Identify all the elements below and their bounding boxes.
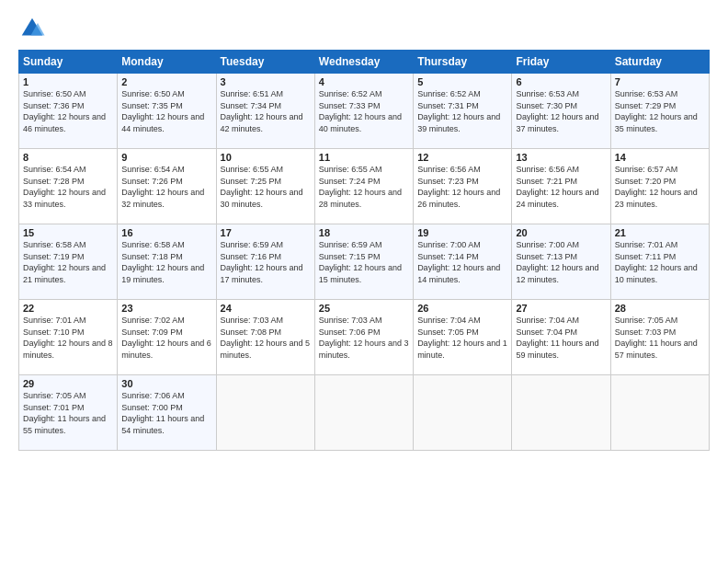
day-number: 8 [23,152,113,163]
day-info: Sunrise: 7:01 AMSunset: 7:11 PMDaylight:… [615,239,705,285]
day-number: 15 [23,227,113,238]
logo [18,15,50,42]
day-info: Sunrise: 7:01 AMSunset: 7:10 PMDaylight:… [23,315,113,361]
weekday-header-sunday: Sunday [19,51,118,74]
day-number: 11 [319,152,409,163]
day-number: 29 [23,378,113,389]
day-info: Sunrise: 7:04 AMSunset: 7:05 PMDaylight:… [417,315,507,361]
day-info: Sunrise: 6:54 AMSunset: 7:28 PMDaylight:… [23,164,113,210]
calendar-table: SundayMondayTuesdayWednesdayThursdayFrid… [18,50,710,451]
day-info: Sunrise: 6:50 AMSunset: 7:35 PMDaylight:… [121,88,211,134]
day-info: Sunrise: 6:58 AMSunset: 7:18 PMDaylight:… [121,239,211,285]
day-number: 7 [615,76,705,87]
day-number: 24 [221,303,311,314]
day-number: 28 [615,303,705,314]
weekday-header-saturday: Saturday [610,51,709,74]
day-number: 1 [23,76,113,87]
calendar-cell [314,375,413,451]
calendar-cell: 2Sunrise: 6:50 AMSunset: 7:35 PMDaylight… [118,74,216,149]
day-number: 25 [319,303,409,314]
day-number: 6 [516,76,606,87]
calendar-cell: 17Sunrise: 6:59 AMSunset: 7:16 PMDayligh… [216,224,314,300]
day-number: 10 [221,152,311,163]
calendar-cell [216,375,314,451]
day-number: 4 [319,76,409,87]
weekday-header-wednesday: Wednesday [314,51,413,74]
day-number: 30 [121,378,211,389]
weekday-header-tuesday: Tuesday [216,51,314,74]
calendar-cell [610,375,709,451]
day-number: 23 [121,303,211,314]
day-info: Sunrise: 6:51 AMSunset: 7:34 PMDaylight:… [221,88,311,134]
day-info: Sunrise: 6:56 AMSunset: 7:23 PMDaylight:… [417,164,507,210]
calendar-week-row: 1Sunrise: 6:50 AMSunset: 7:36 PMDaylight… [19,74,710,149]
calendar-cell: 24Sunrise: 7:03 AMSunset: 7:08 PMDayligh… [216,300,314,375]
calendar-cell: 5Sunrise: 6:52 AMSunset: 7:31 PMDaylight… [414,74,512,149]
day-number: 18 [319,227,409,238]
calendar-cell: 23Sunrise: 7:02 AMSunset: 7:09 PMDayligh… [118,300,216,375]
day-number: 13 [516,152,606,163]
day-info: Sunrise: 6:54 AMSunset: 7:26 PMDaylight:… [121,164,211,210]
day-number: 16 [121,227,211,238]
calendar-cell: 15Sunrise: 6:58 AMSunset: 7:19 PMDayligh… [19,224,118,300]
calendar-cell: 12Sunrise: 6:56 AMSunset: 7:23 PMDayligh… [414,149,512,224]
day-info: Sunrise: 6:52 AMSunset: 7:31 PMDaylight:… [417,88,507,134]
day-info: Sunrise: 7:05 AMSunset: 7:01 PMDaylight:… [23,390,113,436]
day-info: Sunrise: 6:53 AMSunset: 7:29 PMDaylight:… [615,88,705,134]
day-info: Sunrise: 6:50 AMSunset: 7:36 PMDaylight:… [23,88,113,134]
calendar-cell: 11Sunrise: 6:55 AMSunset: 7:24 PMDayligh… [314,149,413,224]
day-info: Sunrise: 6:56 AMSunset: 7:21 PMDaylight:… [516,164,606,210]
weekday-header-monday: Monday [118,51,216,74]
calendar-week-row: 22Sunrise: 7:01 AMSunset: 7:10 PMDayligh… [19,300,710,375]
day-number: 20 [516,227,606,238]
day-number: 9 [121,152,211,163]
calendar-cell: 19Sunrise: 7:00 AMSunset: 7:14 PMDayligh… [414,224,512,300]
day-info: Sunrise: 6:55 AMSunset: 7:25 PMDaylight:… [221,164,311,210]
day-info: Sunrise: 7:00 AMSunset: 7:14 PMDaylight:… [417,239,507,285]
calendar-cell: 18Sunrise: 6:59 AMSunset: 7:15 PMDayligh… [314,224,413,300]
calendar-cell: 28Sunrise: 7:05 AMSunset: 7:03 PMDayligh… [610,300,709,375]
calendar-cell: 14Sunrise: 6:57 AMSunset: 7:20 PMDayligh… [610,149,709,224]
calendar-cell: 22Sunrise: 7:01 AMSunset: 7:10 PMDayligh… [19,300,118,375]
calendar-cell [414,375,512,451]
calendar-cell: 10Sunrise: 6:55 AMSunset: 7:25 PMDayligh… [216,149,314,224]
calendar-cell: 9Sunrise: 6:54 AMSunset: 7:26 PMDaylight… [118,149,216,224]
logo-icon [18,15,46,42]
calendar-cell: 1Sunrise: 6:50 AMSunset: 7:36 PMDaylight… [19,74,118,149]
calendar-cell: 7Sunrise: 6:53 AMSunset: 7:29 PMDaylight… [610,74,709,149]
calendar-cell: 16Sunrise: 6:58 AMSunset: 7:18 PMDayligh… [118,224,216,300]
day-info: Sunrise: 6:55 AMSunset: 7:24 PMDaylight:… [319,164,409,210]
weekday-header-row: SundayMondayTuesdayWednesdayThursdayFrid… [19,51,710,74]
calendar-page: SundayMondayTuesdayWednesdayThursdayFrid… [0,0,728,563]
day-number: 5 [417,76,507,87]
calendar-cell: 26Sunrise: 7:04 AMSunset: 7:05 PMDayligh… [414,300,512,375]
day-info: Sunrise: 7:00 AMSunset: 7:13 PMDaylight:… [516,239,606,285]
day-info: Sunrise: 7:03 AMSunset: 7:06 PMDaylight:… [319,315,409,361]
day-info: Sunrise: 6:59 AMSunset: 7:16 PMDaylight:… [221,239,311,285]
calendar-cell: 21Sunrise: 7:01 AMSunset: 7:11 PMDayligh… [610,224,709,300]
day-info: Sunrise: 7:02 AMSunset: 7:09 PMDaylight:… [121,315,211,361]
day-info: Sunrise: 7:05 AMSunset: 7:03 PMDaylight:… [615,315,705,361]
calendar-cell: 8Sunrise: 6:54 AMSunset: 7:28 PMDaylight… [19,149,118,224]
day-number: 27 [516,303,606,314]
day-number: 26 [417,303,507,314]
calendar-week-row: 29Sunrise: 7:05 AMSunset: 7:01 PMDayligh… [19,375,710,451]
calendar-cell: 25Sunrise: 7:03 AMSunset: 7:06 PMDayligh… [314,300,413,375]
day-number: 12 [417,152,507,163]
day-info: Sunrise: 6:52 AMSunset: 7:33 PMDaylight:… [319,88,409,134]
page-header [18,15,710,42]
calendar-cell: 13Sunrise: 6:56 AMSunset: 7:21 PMDayligh… [512,149,610,224]
day-number: 22 [23,303,113,314]
day-info: Sunrise: 7:06 AMSunset: 7:00 PMDaylight:… [121,390,211,436]
day-info: Sunrise: 6:59 AMSunset: 7:15 PMDaylight:… [319,239,409,285]
day-info: Sunrise: 7:03 AMSunset: 7:08 PMDaylight:… [221,315,311,361]
day-number: 19 [417,227,507,238]
day-info: Sunrise: 6:58 AMSunset: 7:19 PMDaylight:… [23,239,113,285]
calendar-cell: 29Sunrise: 7:05 AMSunset: 7:01 PMDayligh… [19,375,118,451]
weekday-header-friday: Friday [512,51,610,74]
calendar-cell: 20Sunrise: 7:00 AMSunset: 7:13 PMDayligh… [512,224,610,300]
calendar-cell: 3Sunrise: 6:51 AMSunset: 7:34 PMDaylight… [216,74,314,149]
weekday-header-thursday: Thursday [414,51,512,74]
day-info: Sunrise: 6:53 AMSunset: 7:30 PMDaylight:… [516,88,606,134]
calendar-cell: 4Sunrise: 6:52 AMSunset: 7:33 PMDaylight… [314,74,413,149]
